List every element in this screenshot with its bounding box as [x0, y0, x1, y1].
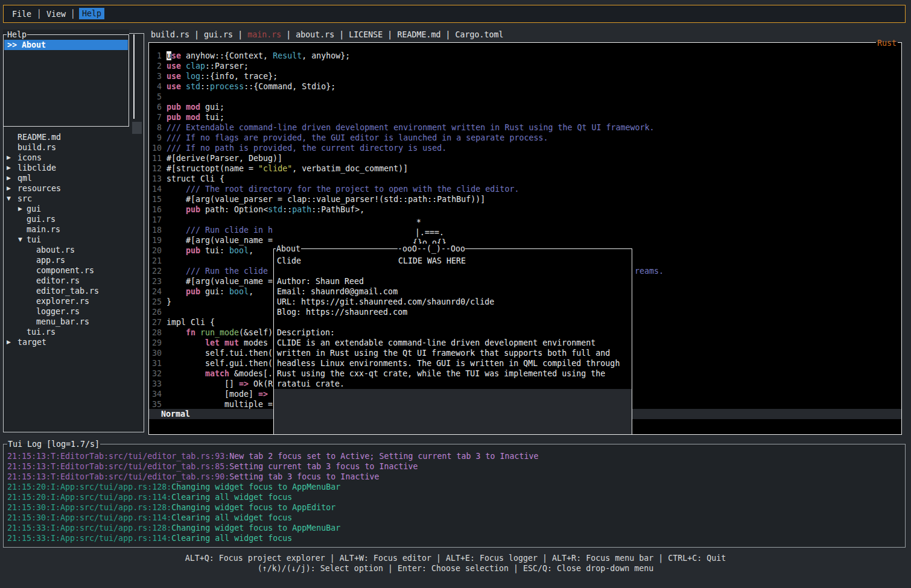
code-line: 15 #[arg(value_parser = clap::value_pars…: [149, 194, 900, 204]
scrollbar-track[interactable]: [133, 34, 135, 119]
line-number: 24: [151, 286, 162, 297]
explorer-item-about-rs[interactable]: about.rs: [4, 245, 142, 255]
explorer-item-main-rs[interactable]: main.rs: [4, 224, 142, 235]
code-line: 9/// If no flags are provided, the GUI e…: [149, 133, 900, 143]
code-text: pub path: Option<std::path::PathBuf>,: [167, 204, 364, 215]
code-text: multiple =: [167, 399, 273, 409]
editor-tab-README-md[interactable]: README.md: [397, 30, 440, 39]
text-cursor: u: [167, 51, 171, 60]
explorer-item-component-rs[interactable]: component.rs: [4, 265, 142, 276]
tab-separator: |: [440, 30, 455, 39]
scrollbar-thumb[interactable]: [132, 122, 142, 134]
explorer-item-icons[interactable]: ▶icons: [4, 153, 142, 163]
explorer-item-resources[interactable]: ▶resources: [4, 183, 142, 194]
tab-separator: |: [233, 30, 247, 39]
explorer-item-build-rs[interactable]: build.rs: [4, 142, 142, 153]
code-text: use std::process::{Command, Stdio};: [167, 81, 335, 92]
log-message: Changing widget focus to AppMenuBar: [171, 482, 340, 492]
log-message: Setting current tab 3 focus to Inactive: [229, 462, 417, 471]
explorer-item-tui-rs[interactable]: tui.rs: [4, 327, 142, 337]
editor-tab-Cargo-toml[interactable]: Cargo.toml: [455, 30, 503, 39]
log-entry: 21:15:33:I:App:src/tui/app.rs:114:Cleari…: [7, 533, 292, 543]
code-text: /// The root directory for the project t…: [167, 184, 519, 194]
explorer-item-explorer-rs[interactable]: explorer.rs: [4, 296, 142, 306]
explorer-item-label: explorer.rs: [36, 296, 89, 306]
menu-item-file[interactable]: File: [12, 9, 31, 19]
code-line: 14 /// The root directory for the projec…: [149, 184, 900, 194]
explorer-item-editor_tab-rs[interactable]: editor_tab.rs: [4, 286, 142, 296]
code-text: #[arg(value_name =: [167, 276, 273, 286]
code-line: 5: [149, 92, 900, 102]
menu-item-view[interactable]: View: [46, 9, 66, 19]
chevron-right-icon: ▶: [7, 337, 11, 347]
keybind-hints-line2: (↑/k)/(↓/j): Select option | Enter: Choo…: [0, 563, 911, 574]
log-prefix: 21:15:30:I:App:src/tui/app.rs:114:: [7, 513, 171, 522]
line-number: 18: [151, 225, 162, 235]
explorer-item-menu_bar-rs[interactable]: menu_bar.rs: [4, 317, 142, 327]
about-description-line: written in Rust using the Qt UI framewor…: [277, 348, 610, 358]
editor-tab-build-rs[interactable]: build.rs: [151, 30, 189, 39]
editor-tab-about-rs[interactable]: about.rs: [296, 30, 334, 39]
code-line: 2use clap::Parser;: [149, 61, 900, 71]
code-text: use clap::Parser;: [167, 61, 249, 71]
explorer-item-qml[interactable]: ▶qml: [4, 173, 142, 183]
explorer-item-README-md[interactable]: README.md: [4, 132, 142, 142]
explorer-item-label: target: [17, 337, 46, 347]
tui-log-title: Tui Log [log=1.7/s]: [7, 439, 100, 449]
chevron-right-icon: ▶: [18, 204, 22, 214]
explorer-item-target[interactable]: ▶target: [4, 337, 142, 347]
tab-separator: |: [382, 30, 397, 39]
code-text: use log::{info, trace};: [167, 71, 278, 81]
keybind-hints-line1: ALT+Q: Focus project explorer | ALT+W: F…: [0, 553, 911, 563]
code-line: 4use std::process::{Command, Stdio};: [149, 81, 900, 92]
line-number: 25: [151, 297, 162, 307]
explorer-item-src[interactable]: ▼src: [4, 194, 142, 204]
code-text: /// Run clide in h: [167, 225, 273, 235]
chevron-down-icon: ▼: [18, 235, 22, 245]
log-entry: 21:15:13:T:EditorTab:src/tui/editor_tab.…: [7, 472, 379, 482]
clide-tui-app: { "colors": { "keyword": "#d3719f", "typ…: [0, 0, 911, 588]
explorer-item-label: libclide: [17, 163, 56, 173]
code-text: use anyhow::{Context, Result, anyhow};: [167, 51, 350, 61]
explorer-item-app-rs[interactable]: app.rs: [4, 255, 142, 265]
about-description-label: Description:: [277, 327, 335, 338]
tui-log-panel[interactable]: Tui Log [log=1.7/s] 21:15:13:T:EditorTab…: [3, 444, 906, 548]
about-popup: *|.===.{}o o{} About -ooO--(_)--Ooo Clid…: [273, 215, 632, 435]
editor-language-badge: Rust: [876, 38, 898, 48]
explorer-item-label: src: [17, 194, 32, 204]
log-entry: 21:15:33:I:App:src/tui/app.rs:128:Changi…: [7, 523, 340, 533]
tab-separator: |: [281, 30, 296, 39]
explorer-item-label: icons: [17, 153, 42, 163]
menu-item-help[interactable]: Help: [79, 8, 104, 19]
dropdown-item-about[interactable]: >> About: [4, 40, 128, 50]
line-number: 29: [151, 338, 162, 348]
explorer-item-tui[interactable]: ▼tui: [4, 235, 142, 245]
line-number: 14: [151, 184, 162, 194]
about-app-name: Clide: [277, 256, 301, 266]
explorer-item-gui-rs[interactable]: gui.rs: [4, 214, 142, 224]
about-description-line: CLIDE is an extendable command-line driv…: [277, 338, 595, 348]
log-entry: 21:15:30:I:App:src/tui/app.rs:128:Changi…: [7, 502, 335, 513]
editor-tab-gui-rs[interactable]: gui.rs: [204, 30, 233, 39]
explorer-item-libclide[interactable]: ▶libclide: [4, 163, 142, 173]
log-entry: 21:15:13:T:EditorTab:src/tui/editor_tab.…: [7, 461, 417, 472]
line-number: 34: [151, 389, 162, 399]
explorer-item-gui[interactable]: ▶gui: [4, 204, 142, 214]
explorer-item-editor-rs[interactable]: editor.rs: [4, 276, 142, 286]
line-number: 22: [151, 266, 162, 276]
line-number: 2: [151, 61, 162, 71]
explorer-item-label: gui: [27, 204, 41, 214]
about-description-line: headless Linux environments. The GUI is …: [277, 358, 620, 368]
editor-tab-LICENSE[interactable]: LICENSE: [349, 30, 382, 39]
line-number: 21: [151, 256, 162, 266]
explorer-item-logger-rs[interactable]: logger.rs: [4, 306, 142, 317]
line-number: 32: [151, 368, 162, 379]
log-message: New tab 2 focus set to Active; Setting c…: [229, 452, 538, 461]
line-number: 19: [151, 235, 162, 245]
explorer-item-label: logger.rs: [36, 306, 80, 317]
code-text: #[derive(Parser, Debug)]: [167, 153, 282, 163]
line-number: 9: [151, 133, 162, 143]
editor-tab-main-rs[interactable]: main.rs: [247, 30, 281, 39]
ascii-art-line: *: [416, 217, 421, 227]
line-number: 33: [151, 379, 162, 389]
